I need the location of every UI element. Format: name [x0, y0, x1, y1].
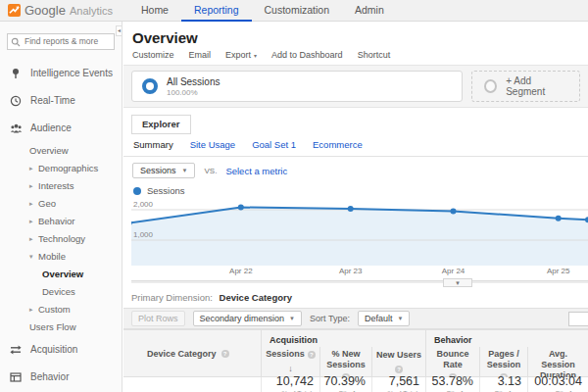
subtab-site-usage[interactable]: Site Usage	[190, 139, 235, 150]
sidebar-item-geo[interactable]: ▸Geo	[0, 195, 122, 213]
sidebar-item-label: Interests	[38, 180, 74, 191]
totals-value: 53.78%	[432, 374, 473, 388]
column-header-new-sessions[interactable]: % New Sessions?	[319, 347, 371, 377]
action-customize[interactable]: Customize	[132, 50, 174, 60]
search-icon	[11, 33, 21, 51]
totals-cell-new-users: 7,561% of Total:100.23% (7,544)	[371, 377, 425, 392]
subtab-goal-set-1[interactable]: Goal Set 1	[252, 139, 296, 150]
data-point[interactable]	[348, 206, 354, 212]
chevron-down-icon: ▾	[254, 52, 257, 59]
sidebar-item-audience[interactable]: Audience	[0, 115, 122, 142]
add-segment-button[interactable]: + Add Segment	[471, 71, 580, 102]
totals-value: 3.13	[498, 374, 521, 388]
column-header-pages-session[interactable]: Pages / Session?	[479, 347, 527, 377]
primary-dimension-bar: Primary Dimension: Device Category	[123, 287, 588, 308]
google-analytics-app: Google Analytics HomeReportingCustomizat…	[0, 0, 588, 392]
sidebar-item-custom[interactable]: ▸Custom	[0, 301, 122, 318]
sidebar-item-mobile[interactable]: ▾Mobile	[0, 248, 122, 266]
topnav-item-reporting[interactable]: Reporting	[181, 0, 252, 22]
column-header-label: Device Category	[147, 349, 217, 359]
chart-timeline-strip: ▼	[131, 278, 588, 287]
totals-cell-avg-session-duration: 00:03:04Site Avg: 00:03:04(0.00%)	[527, 377, 588, 392]
topnav-item-customization[interactable]: Customization	[252, 0, 343, 22]
sidebar-item-demographics[interactable]: ▸Demographics	[0, 160, 122, 177]
chart-x-axis: Apr 22Apr 23Apr 24Apr 25	[131, 267, 588, 277]
behavior-icon	[10, 371, 23, 383]
subtab-ecommerce[interactable]: Ecommerce	[313, 139, 363, 150]
column-header-new-users[interactable]: New Users?	[371, 347, 425, 377]
analytics-logo-icon	[8, 4, 21, 17]
sidebar-collapse-handle[interactable]: ◄	[116, 25, 122, 36]
column-header-device-category[interactable]: Device Category?	[123, 329, 261, 377]
action-label: Export	[225, 50, 251, 60]
column-header-label: % New Sessions	[323, 349, 368, 370]
sidebar-item-label: Demographics	[38, 163, 98, 173]
column-header-bounce-rate[interactable]: Bounce Rate?	[425, 347, 479, 377]
sidebar-item-users-flow[interactable]: Users Flow	[0, 318, 122, 336]
sidebar-item-real-time[interactable]: Real-Time	[0, 87, 122, 115]
totals-value: 10,742	[276, 374, 314, 388]
sidebar-item-label: Acquisition	[30, 344, 77, 355]
column-header-label: New Users	[376, 350, 421, 361]
sidebar-item-intelligence-events[interactable]: Intelligence Events	[0, 60, 122, 87]
sidebar-item-technology[interactable]: ▸Technology	[0, 230, 122, 248]
action-label: Customize	[132, 50, 174, 60]
sessions-line-chart[interactable]: 2,0001,000	[131, 199, 588, 266]
column-header-avg-session-duration[interactable]: Avg. Session Duration?	[527, 347, 588, 377]
y-axis-tick: 1,000	[133, 230, 153, 239]
column-header-label: Pages / Session	[483, 349, 524, 370]
real-time-icon	[10, 95, 23, 107]
logo-analytics-text: Analytics	[70, 5, 113, 17]
data-point[interactable]	[238, 205, 244, 211]
plot-rows-button[interactable]: Plot Rows	[131, 311, 185, 326]
sidebar-items: Intelligence EventsReal-TimeAudienceOver…	[0, 60, 122, 392]
column-header-sessions[interactable]: Sessions?↓	[261, 347, 319, 377]
segment-title: All Sessions	[167, 76, 220, 87]
chevron-right-icon: ▸	[29, 182, 35, 190]
secondary-dimension-button[interactable]: Secondary dimension ▼	[193, 311, 303, 326]
sidebar-item-label: Intelligence Events	[30, 68, 113, 78]
explorer-tab-row: Explorer	[123, 108, 588, 134]
data-point[interactable]	[451, 209, 457, 215]
sidebar-item-behavior[interactable]: ▸Behavior	[0, 213, 122, 230]
chevron-down-icon: ▾	[29, 253, 35, 261]
help-icon[interactable]: ?	[221, 350, 229, 358]
help-icon[interactable]: ?	[308, 351, 316, 359]
subtab-summary[interactable]: Summary	[133, 139, 173, 150]
top-navigation-bar: Google Analytics HomeReportingCustomizat…	[0, 0, 588, 22]
chevron-right-icon: ▸	[29, 200, 35, 208]
sidebar-item-behavior[interactable]: Behavior	[0, 364, 122, 391]
action-label: Email	[189, 50, 212, 60]
sidebar-item-overview[interactable]: Overview	[0, 266, 122, 283]
segment-band: All Sessions 100.00% + Add Segment	[123, 65, 588, 108]
primary-dimension-device-category[interactable]: Device Category	[220, 292, 292, 303]
action-shortcut[interactable]: Shortcut	[358, 50, 391, 60]
topnav-item-admin[interactable]: Admin	[342, 0, 397, 22]
tab-explorer[interactable]: Explorer	[131, 115, 191, 134]
chart-collapse-handle[interactable]: ▼	[443, 278, 472, 287]
sidebar-item-devices[interactable]: Devices	[0, 283, 122, 301]
table-search-input[interactable]	[568, 312, 588, 326]
sort-type-button[interactable]: Default ▼	[358, 311, 410, 326]
sidebar-item-overview[interactable]: Overview	[0, 142, 122, 160]
help-icon[interactable]: ?	[395, 366, 403, 373]
action-add-to-dashboard[interactable]: Add to Dashboard	[271, 50, 343, 60]
search-input[interactable]	[7, 33, 115, 50]
plot-rows-label: Plot Rows	[138, 314, 178, 323]
table-toolbar: Plot Rows Secondary dimension ▼ Sort Typ…	[123, 308, 588, 329]
action-export[interactable]: Export▾	[225, 50, 257, 60]
data-point[interactable]	[556, 216, 562, 221]
select-metric-link[interactable]: Select a metric	[225, 166, 287, 176]
segment-all-sessions[interactable]: All Sessions 100.00%	[131, 71, 463, 102]
x-axis-tick: Apr 25	[547, 267, 570, 275]
google-analytics-logo[interactable]: Google Analytics	[8, 3, 113, 18]
legend-dot-icon	[133, 187, 141, 195]
topnav-item-home[interactable]: Home	[128, 0, 181, 22]
sidebar-item-label: Behavior	[38, 216, 75, 226]
report-search	[7, 30, 115, 50]
action-email[interactable]: Email	[189, 50, 212, 60]
explorer-subtabs: SummarySite UsageGoal Set 1Ecommerce	[123, 134, 588, 157]
metric-selector-button[interactable]: Sessions ▼	[132, 163, 195, 178]
sidebar-item-acquisition[interactable]: Acquisition	[0, 336, 122, 364]
sidebar-item-interests[interactable]: ▸Interests	[0, 177, 122, 195]
